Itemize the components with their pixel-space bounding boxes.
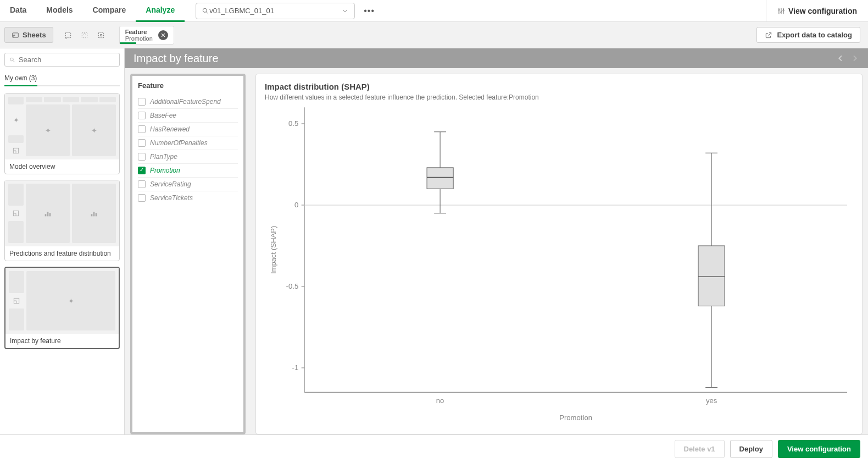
content: Impact by feature Feature AdditionalFeat… [125, 48, 868, 434]
delete-button: Delete v1 [675, 440, 725, 458]
deploy-button[interactable]: Deploy [730, 440, 772, 458]
feature-row-servicetickets[interactable]: ServiceTickets [138, 191, 238, 205]
tab-compare[interactable]: Compare [83, 0, 136, 22]
feature-row-label: ServiceTickets [150, 194, 193, 202]
chart-panel: Impact distribution (SHAP) How different… [255, 74, 863, 434]
sheet-card-label: Model overview [5, 159, 119, 174]
checkbox-icon [138, 112, 146, 119]
sheets-button[interactable]: Sheets [4, 27, 53, 43]
export-icon [765, 31, 772, 39]
feature-row-promotion[interactable]: Promotion [138, 163, 238, 177]
sidebar-search-input[interactable] [19, 56, 115, 64]
feature-row-label: ServiceRating [150, 180, 191, 188]
selection-tool-clear[interactable] [97, 31, 105, 39]
feature-row-label: BaseFee [150, 112, 176, 119]
sheet-card-label: Impact by feature [5, 334, 119, 348]
model-selector-value: v01_LGBMC_01_01 [209, 7, 274, 15]
feature-row-basefee[interactable]: BaseFee [138, 108, 238, 122]
checkbox-icon [138, 139, 146, 147]
checkbox-icon [138, 98, 146, 106]
sidebar: My own (3) ✦ ✦ [0, 48, 125, 434]
model-selector[interactable]: v01_LGBMC_01_01 [196, 3, 355, 19]
tab-data[interactable]: Data [0, 0, 36, 22]
search-icon [202, 7, 209, 15]
export-button-label: Export data to catalog [777, 31, 852, 39]
sheets-button-label: Sheets [23, 31, 46, 39]
svg-line-11 [65, 37, 66, 38]
svg-point-14 [100, 34, 102, 36]
svg-text:-0.5: -0.5 [286, 282, 299, 290]
sheet-prev-button[interactable] [836, 54, 845, 63]
svg-rect-28 [91, 214, 93, 216]
svg-text:0: 0 [294, 201, 298, 209]
svg-point-0 [203, 8, 207, 12]
top-nav-tabs: Data Models Compare Analyze [0, 0, 185, 22]
svg-rect-56 [698, 246, 725, 306]
tab-analyze[interactable]: Analyze [136, 0, 185, 22]
svg-text:-1: -1 [292, 363, 299, 372]
export-button[interactable]: Export data to catalog [756, 27, 860, 43]
sheet-next-button[interactable] [850, 54, 859, 63]
feature-row-plantype[interactable]: PlanType [138, 150, 238, 163]
filter-chip-close[interactable] [158, 30, 168, 40]
svg-text:0.5: 0.5 [288, 119, 298, 128]
chart-description: How different values in a selected featu… [265, 93, 853, 101]
svg-point-6 [781, 12, 782, 13]
svg-rect-10 [65, 32, 70, 37]
chart-title: Impact distribution (SHAP) [265, 82, 853, 91]
svg-point-17 [10, 58, 13, 60]
sheet-card-impact-by-feature[interactable]: ✦ Impact by feature [4, 267, 120, 349]
checkbox-icon [138, 153, 146, 161]
checkbox-icon [138, 167, 146, 174]
feature-panel-title: Feature [138, 81, 238, 90]
shap-boxplot-chart[interactable]: -1-0.500.5noyesPromotionImpact (SHAP) [265, 101, 853, 426]
search-icon [9, 57, 15, 63]
more-menu-button[interactable]: ••• [360, 4, 378, 18]
selection-tools [64, 31, 105, 39]
svg-point-7 [783, 9, 784, 10]
feature-row-label: AdditionalFeatureSpend [150, 98, 221, 106]
feature-panel: Feature AdditionalFeatureSpendBaseFeeHas… [130, 74, 246, 434]
view-configuration-top-button[interactable]: View configuration [766, 0, 868, 22]
sheet-card-model-overview[interactable]: ✦ ✦ ✦ Model overview [4, 93, 120, 174]
svg-rect-30 [96, 213, 97, 216]
sidebar-group-label: My own (3) [4, 74, 120, 85]
filter-chip-feature[interactable]: Feature Promotion [119, 26, 174, 45]
feature-row-hasrenewed[interactable]: HasRenewed [138, 122, 238, 136]
checkbox-icon [138, 180, 146, 188]
content-header: Impact by feature [125, 48, 868, 68]
svg-rect-29 [93, 212, 95, 216]
checkbox-icon [138, 125, 146, 133]
sheet-card-label: Predictions and feature distribution [5, 246, 119, 261]
svg-line-1 [207, 12, 209, 14]
close-icon [160, 32, 166, 38]
filter-chip-value: Promotion [125, 35, 153, 42]
sliders-icon [777, 7, 785, 15]
svg-text:no: no [436, 396, 444, 405]
content-title: Impact by feature [133, 52, 219, 65]
footer: Delete v1 Deploy View configuration [0, 434, 868, 463]
main: My own (3) ✦ ✦ [0, 48, 868, 434]
view-configuration-top-label: View configuration [788, 7, 857, 15]
selection-tool-step-back[interactable] [81, 31, 88, 39]
feature-row-label: HasRenewed [150, 125, 190, 133]
selection-tool-lasso[interactable] [64, 31, 72, 39]
svg-line-18 [13, 60, 15, 62]
svg-text:Impact (SHAP): Impact (SHAP) [269, 226, 277, 274]
svg-text:Promotion: Promotion [559, 414, 592, 422]
filter-chip-label: Feature [125, 29, 153, 35]
feature-row-label: Promotion [150, 167, 180, 174]
sheets-icon [12, 31, 19, 39]
svg-rect-49 [427, 168, 453, 189]
checkbox-icon [138, 194, 146, 202]
view-configuration-button[interactable]: View configuration [778, 440, 860, 458]
feature-row-numberofpenalties[interactable]: NumberOfPenalties [138, 136, 238, 150]
svg-point-5 [778, 9, 780, 10]
sidebar-search[interactable] [4, 53, 120, 67]
tab-models[interactable]: Models [36, 0, 82, 22]
svg-rect-13 [98, 32, 103, 37]
top-nav: Data Models Compare Analyze v01_LGBMC_01… [0, 0, 868, 22]
feature-row-additionalfeaturespend[interactable]: AdditionalFeatureSpend [138, 95, 238, 108]
sheet-card-predictions[interactable]: Predictions and feature distribution [4, 180, 120, 261]
feature-row-servicerating[interactable]: ServiceRating [138, 177, 238, 191]
